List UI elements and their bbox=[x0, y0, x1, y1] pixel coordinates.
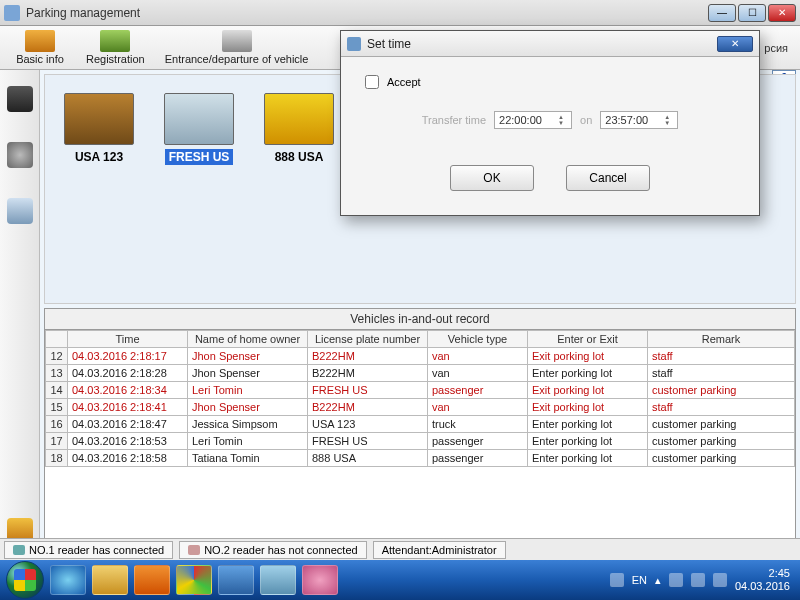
cell-direction: Exit porking lot bbox=[528, 382, 648, 399]
table-row[interactable]: 1604.03.2016 2:18:47Jessica SimpsomUSA 1… bbox=[46, 416, 795, 433]
taskbar-clock[interactable]: 2:45 04.03.2016 bbox=[735, 567, 790, 593]
car-icon bbox=[100, 30, 130, 52]
thumbnail-caption: 888 USA bbox=[271, 149, 328, 165]
time2-input[interactable]: 23:57:00 ▲▼ bbox=[600, 111, 678, 129]
cell-plate: B222HM bbox=[308, 399, 428, 416]
dialog-title: Set time bbox=[367, 37, 717, 51]
toolbar-label: Registration bbox=[86, 53, 145, 65]
spin-down-icon[interactable]: ▼ bbox=[555, 120, 567, 126]
dialog-close-button[interactable]: ✕ bbox=[717, 36, 753, 52]
ok-button[interactable]: OK bbox=[450, 165, 534, 191]
table-row[interactable]: 1304.03.2016 2:18:28Jhon SpenserB222HMva… bbox=[46, 365, 795, 382]
window-title: Parking management bbox=[26, 6, 708, 20]
time2-value: 23:57:00 bbox=[605, 114, 648, 126]
records-table-panel: Vehicles in-and-out record Time Name of … bbox=[44, 308, 796, 556]
action-center-icon[interactable] bbox=[691, 573, 705, 587]
cell-owner: Leri Tomin bbox=[188, 382, 308, 399]
toolbar-entrance-departure[interactable]: Entrance/departure of vehicle bbox=[157, 28, 317, 67]
cell-direction: Enter porking lot bbox=[528, 365, 648, 382]
cell-time: 04.03.2016 2:18:41 bbox=[68, 399, 188, 416]
taskbar-paint-icon[interactable] bbox=[302, 565, 338, 595]
transfer-time-label: Transfer time bbox=[422, 114, 486, 126]
reader2-status: NO.2 reader has not connected bbox=[179, 541, 366, 559]
table-row[interactable]: 1704.03.2016 2:18:53Leri TominFRESH USpa… bbox=[46, 433, 795, 450]
cell-remark: customer parking bbox=[648, 433, 795, 450]
row-number: 13 bbox=[46, 365, 68, 382]
spin-down-icon[interactable]: ▼ bbox=[661, 120, 673, 126]
left-sidebar bbox=[0, 70, 40, 560]
cell-owner: Jhon Spenser bbox=[188, 348, 308, 365]
cell-owner: Leri Tomin bbox=[188, 433, 308, 450]
minimize-button[interactable]: — bbox=[708, 4, 736, 22]
row-number: 18 bbox=[46, 450, 68, 467]
cell-direction: Enter porking lot bbox=[528, 450, 648, 467]
cell-plate: FRESH US bbox=[308, 382, 428, 399]
dialog-titlebar[interactable]: Set time ✕ bbox=[341, 31, 759, 57]
thumbnail-item[interactable]: USA 123 bbox=[59, 93, 139, 165]
thumbnail-caption: USA 123 bbox=[71, 149, 127, 165]
cell-owner: Jessica Simpsom bbox=[188, 416, 308, 433]
table-row[interactable]: 1504.03.2016 2:18:41Jhon SpenserB222HMva… bbox=[46, 399, 795, 416]
start-button[interactable] bbox=[6, 561, 44, 599]
close-button[interactable]: ✕ bbox=[768, 4, 796, 22]
taskbar-app1-icon[interactable] bbox=[218, 565, 254, 595]
taskbar-media-icon[interactable] bbox=[134, 565, 170, 595]
cell-plate: 888 USA bbox=[308, 450, 428, 467]
cell-plate: FRESH US bbox=[308, 433, 428, 450]
cell-remark: customer parking bbox=[648, 382, 795, 399]
accept-label: Accept bbox=[387, 76, 421, 88]
col-owner[interactable]: Name of home owner bbox=[188, 331, 308, 348]
volume-icon[interactable] bbox=[713, 573, 727, 587]
toolbar-registration[interactable]: Registration bbox=[78, 28, 153, 67]
taskbar-chrome-icon[interactable] bbox=[176, 565, 212, 595]
thumbnail-item[interactable]: 888 USA bbox=[259, 93, 339, 165]
row-number-header bbox=[46, 331, 68, 348]
speaker-icon[interactable] bbox=[7, 142, 33, 168]
cell-remark: staff bbox=[648, 348, 795, 365]
cell-vehicle-type: van bbox=[428, 365, 528, 382]
col-vehicle-type[interactable]: Vehicle type bbox=[428, 331, 528, 348]
cell-vehicle-type: van bbox=[428, 399, 528, 416]
vehicle-icon[interactable] bbox=[7, 198, 33, 224]
table-header-row: Time Name of home owner License plate nu… bbox=[46, 331, 795, 348]
tray-chevron-icon[interactable]: ▴ bbox=[655, 574, 661, 587]
cell-vehicle-type: passenger bbox=[428, 450, 528, 467]
windows-taskbar: EN ▴ 2:45 04.03.2016 bbox=[0, 560, 800, 600]
cell-remark: customer parking bbox=[648, 450, 795, 467]
table-row[interactable]: 1204.03.2016 2:18:17Jhon SpenserB222HMva… bbox=[46, 348, 795, 365]
taskbar-app2-icon[interactable] bbox=[260, 565, 296, 595]
reader1-text: NO.1 reader has connected bbox=[29, 544, 164, 556]
set-time-dialog: Set time ✕ Accept Transfer time 22:00:00… bbox=[340, 30, 760, 216]
truck-icon bbox=[25, 30, 55, 52]
cell-plate: B222HM bbox=[308, 348, 428, 365]
cell-time: 04.03.2016 2:18:53 bbox=[68, 433, 188, 450]
cell-direction: Exit porking lot bbox=[528, 399, 648, 416]
row-number: 15 bbox=[46, 399, 68, 416]
cancel-button[interactable]: Cancel bbox=[566, 165, 650, 191]
time1-input[interactable]: 22:00:00 ▲▼ bbox=[494, 111, 572, 129]
language-indicator[interactable]: EN bbox=[632, 574, 647, 586]
table-row[interactable]: 1404.03.2016 2:18:34Leri TominFRESH USpa… bbox=[46, 382, 795, 399]
cell-vehicle-type: passenger bbox=[428, 382, 528, 399]
tray-icon[interactable] bbox=[610, 573, 624, 587]
toolbar-basic-info[interactable]: Basic info bbox=[6, 28, 74, 67]
taskbar-explorer-icon[interactable] bbox=[92, 565, 128, 595]
col-enter-exit[interactable]: Enter or Exit bbox=[528, 331, 648, 348]
attendant-status: Attendant:Administrator bbox=[373, 541, 506, 559]
cell-remark: customer parking bbox=[648, 416, 795, 433]
col-time[interactable]: Time bbox=[68, 331, 188, 348]
accept-checkbox[interactable] bbox=[365, 75, 379, 89]
arrow-right-icon[interactable] bbox=[7, 86, 33, 112]
reader-icon bbox=[188, 545, 200, 555]
col-plate[interactable]: License plate number bbox=[308, 331, 428, 348]
col-remark[interactable]: Remark bbox=[648, 331, 795, 348]
on-label: on bbox=[580, 114, 592, 126]
dialog-icon bbox=[347, 37, 361, 51]
taskbar-ie-icon[interactable] bbox=[50, 565, 86, 595]
row-number: 14 bbox=[46, 382, 68, 399]
thumbnail-item[interactable]: FRESH US bbox=[159, 93, 239, 165]
cell-vehicle-type: truck bbox=[428, 416, 528, 433]
maximize-button[interactable]: ☐ bbox=[738, 4, 766, 22]
table-row[interactable]: 1804.03.2016 2:18:58Tatiana Tomin888 USA… bbox=[46, 450, 795, 467]
flag-icon[interactable] bbox=[669, 573, 683, 587]
